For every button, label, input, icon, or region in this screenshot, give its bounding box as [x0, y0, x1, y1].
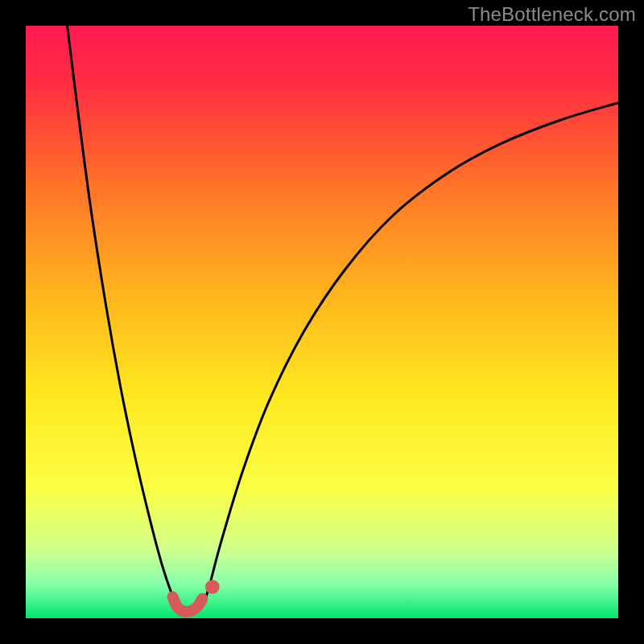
series-right-curve [204, 103, 618, 605]
chart-frame: TheBottleneck.com [0, 0, 644, 644]
series-left-curve [68, 26, 177, 605]
watermark-text: TheBottleneck.com [468, 3, 636, 26]
plot-area [26, 26, 618, 618]
marker-right-bump [205, 580, 220, 594]
curves-layer [26, 26, 618, 618]
series-valley-floor [173, 597, 203, 612]
